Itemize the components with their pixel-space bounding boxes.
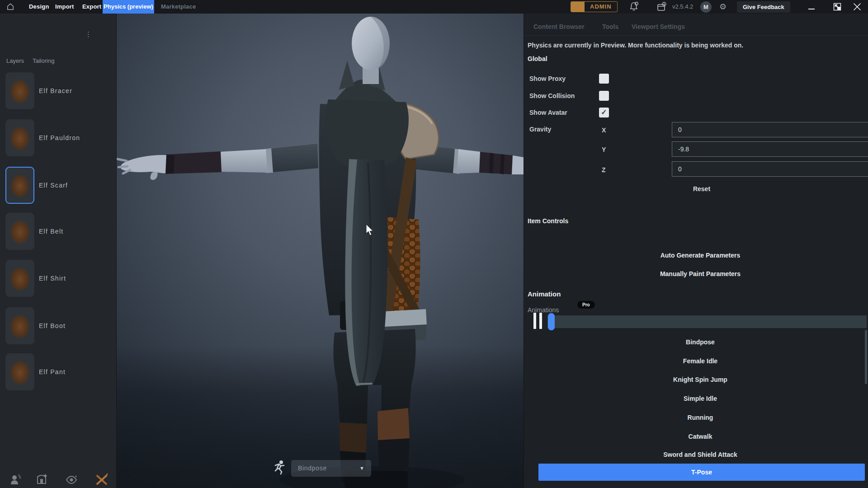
manually-paint-parameters-button[interactable]: Manually Paint Parameters [551,270,849,277]
gravity-z-label: Z [602,166,606,174]
sidebar-kebab-menu[interactable]: ⋮ [85,31,92,38]
restore-window-button[interactable] [833,3,841,13]
animation-item-running[interactable]: Running [551,414,849,421]
animation-item-sword-shield-attack[interactable]: Sword and Shield Attack [551,451,849,458]
eye-icon [65,473,78,486]
admin-badge: ADMIN [571,1,618,12]
notifications-button[interactable] [628,1,640,14]
character-head [352,17,390,70]
remove-item-button[interactable] [94,472,109,487]
viewport-3d[interactable]: Bindpose ▼ [117,14,524,488]
pose-dropdown-value: Bindpose [298,460,327,477]
tab-import[interactable]: Import [55,0,74,14]
close-window-button[interactable] [853,2,862,13]
item-label: Elf Pauldron [39,134,80,141]
tabs-divider [524,35,868,36]
app-window: Design Import Export Physics (preview) M… [0,0,868,488]
version-label: v2.5.4.2 [672,0,693,14]
auto-generate-parameters-button[interactable]: Auto Generate Parameters [551,252,849,259]
animation-item-catwalk[interactable]: Catwalk [551,433,849,440]
animation-item-knight-spin-jump[interactable]: Knight Spin Jump [551,376,849,383]
item-thumbnail [5,213,34,250]
chevron-down-icon: ▼ [359,460,364,477]
layer-item-elf-shirt[interactable]: Elf Shirt [0,260,117,297]
close-icon [853,2,862,11]
show-avatar-checkbox[interactable]: ✓ [599,108,609,117]
tab-export[interactable]: Export [82,0,101,14]
check-icon: ✓ [601,108,607,116]
animation-timeline-slider[interactable] [547,315,867,328]
animation-item-bindpose[interactable]: Bindpose [551,338,849,346]
layer-item-elf-belt[interactable]: Elf Belt [0,213,117,250]
layer-item-elf-scarf[interactable]: Elf Scarf [0,167,117,204]
animation-item-simple-idle[interactable]: Simple Idle [551,395,849,402]
shirt-plus-icon [35,473,48,486]
tab-marketplace[interactable]: Marketplace [161,0,196,14]
item-thumbnail [5,353,34,390]
item-label: Elf Boot [39,322,66,329]
slider-handle[interactable] [548,313,555,330]
item-thumbnail [5,119,34,156]
layer-item-elf-bracer[interactable]: Elf Bracer [0,72,117,109]
tab-viewport-settings[interactable]: Viewport Settings [632,23,685,30]
gravity-x-input[interactable] [672,122,868,137]
sidebar-toolbar [0,472,117,488]
item-controls-heading: Item Controls [528,217,568,225]
user-avatar[interactable]: M [700,1,712,13]
sidebar-tab-layers[interactable]: Layers [6,57,24,64]
animation-item-t-pose-selected[interactable]: T-Pose [538,464,865,481]
gravity-z-input[interactable] [672,161,868,177]
tab-physics-preview[interactable]: Physics (preview) [103,0,154,14]
top-menu-bar: Design Import Export Physics (preview) M… [0,0,868,14]
physics-preview-notice: Physics are currently in Preview. More f… [528,42,743,49]
animation-runner-icon [272,459,286,477]
gravity-y-input[interactable] [672,141,868,157]
character-3d-render [117,14,524,488]
gravity-y-label: Y [602,146,606,153]
pro-badge: Pro [577,301,595,309]
add-garment-button[interactable] [34,472,49,487]
show-collision-label: Show Collision [529,92,575,99]
avatar-tool-button[interactable] [8,472,24,487]
animation-item-female-idle[interactable]: Female Idle [551,357,849,365]
show-proxy-label: Show Proxy [529,75,566,82]
item-thumbnail [5,260,34,297]
admin-badge-segment [571,2,585,12]
visibility-button[interactable] [64,472,79,487]
item-label: Elf Belt [39,228,63,235]
item-thumbnail [5,72,34,109]
gravity-label: Gravity [529,126,551,133]
minimize-button[interactable] [808,9,815,9]
package-clock-icon [656,1,667,13]
layer-item-elf-pauldron[interactable]: Elf Pauldron [0,119,117,156]
pause-button[interactable] [533,313,543,329]
give-feedback-button[interactable]: Give Feedback [737,1,790,13]
global-heading: Global [528,55,547,62]
item-label: Elf Scarf [39,182,68,189]
bell-icon [628,1,640,13]
layer-item-elf-pant[interactable]: Elf Pant [0,353,117,390]
show-collision-checkbox[interactable] [599,91,609,101]
tab-design[interactable]: Design [29,0,49,14]
admin-badge-label: ADMIN [585,2,617,12]
tab-tools[interactable]: Tools [602,23,618,30]
sidebar-tab-tailoring[interactable]: Tailoring [33,57,54,64]
item-label: Elf Shirt [39,275,66,282]
layers-sidebar: ⋮ Layers Tailoring Elf Bracer Elf Pauldr… [0,14,117,488]
pose-dropdown[interactable]: Bindpose ▼ [291,460,371,477]
mouse-cursor [365,224,375,237]
item-thumbnail [5,307,34,344]
tab-content-browser[interactable]: Content Browser [533,23,585,30]
gravity-reset-button[interactable]: Reset [672,185,731,192]
orange-cross-icon [94,472,109,487]
whats-new-button[interactable] [656,1,667,14]
home-button[interactable] [5,2,16,12]
show-proxy-checkbox[interactable] [599,74,609,84]
animation-heading: Animation [528,290,561,298]
settings-gear-icon[interactable]: ⚙ [719,0,726,14]
item-thumbnail-selected [5,167,34,204]
layer-item-elf-boot[interactable]: Elf Boot [0,307,117,344]
gravity-x-label: X [602,127,606,134]
item-label: Elf Pant [39,368,66,375]
panel-scrollbar[interactable] [865,330,867,384]
